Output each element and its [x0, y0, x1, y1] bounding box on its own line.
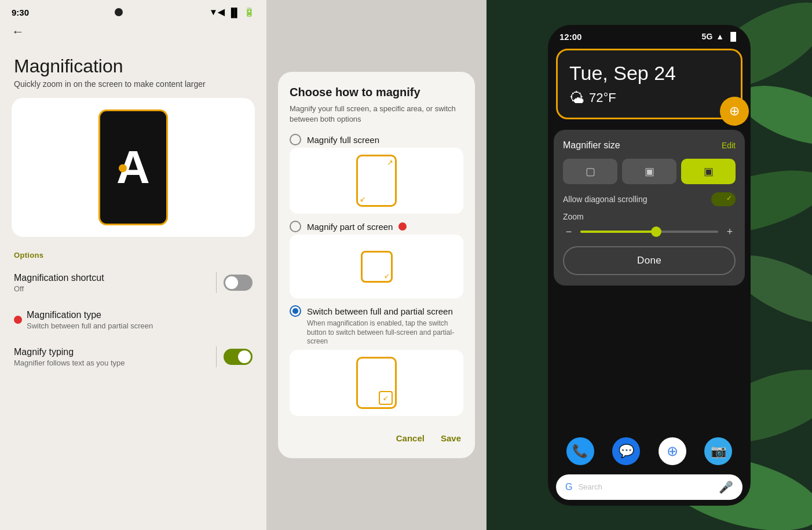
partial-box: ↙ [361, 251, 393, 283]
cancel-button[interactable]: Cancel [394, 430, 427, 447]
diagonal-scrolling-label: Allow diagonal scrolling [563, 195, 648, 204]
zoom-fill [580, 231, 656, 233]
settings-item-shortcut-subtitle: Off [14, 284, 209, 293]
phone-time: 12:00 [559, 32, 581, 42]
status-bar: 9:30 ▼◀ ▐▌ 🔋 [0, 0, 266, 20]
switch-phone: ↙ [356, 357, 397, 409]
expand-tl-icon: ↗ [387, 158, 393, 167]
phone-status-bar: 12:00 5G ▲ ▐▌ [548, 25, 751, 44]
phone-mini-full: ↗ ↙ [356, 155, 397, 207]
magnifier-fab[interactable]: ⊕ [720, 97, 749, 126]
option-card-switch: ↙ [290, 350, 463, 416]
done-button[interactable]: Done [563, 246, 736, 275]
size-btn-large[interactable]: ▣ [681, 159, 736, 184]
zoom-slider-row: − + [563, 226, 736, 238]
phone-panel-wrapper: 12:00 5G ▲ ▐▌ Tue, Sep 24 🌤 72°F ⊕ [487, 0, 812, 530]
phone-preview: A [98, 109, 168, 225]
option-partial-screen[interactable]: Magnify part of screen [290, 221, 463, 232]
zoom-thumb[interactable] [651, 226, 661, 237]
toggle-knob [225, 276, 238, 289]
magnifier-title: Magnifier size [563, 140, 620, 151]
app-chrome[interactable]: ⊕ [659, 437, 686, 465]
settings-item-type[interactable]: Magnification type Switch between full a… [0, 301, 266, 338]
dialog-card: Choose how to magnify Magnify your full … [278, 72, 475, 458]
radio-switch[interactable] [290, 305, 301, 317]
save-button[interactable]: Save [438, 430, 463, 447]
option-switch-subtext: When magnification is enabled, tap the s… [307, 319, 463, 346]
size-large-icon: ▣ [704, 165, 714, 178]
size-btn-medium[interactable]: ▣ [622, 159, 676, 184]
option-switch[interactable]: Switch between full and partial screen [290, 305, 463, 317]
google-logo: G [565, 482, 572, 492]
magnifier-header: Magnifier size Edit [563, 140, 736, 151]
phone-5g: 5G [702, 32, 713, 41]
camera-dot [115, 8, 123, 16]
dialog-description: Magnify your full screen, a specific are… [290, 104, 463, 125]
option-partial-screen-label: Magnify part of screen [307, 222, 393, 232]
option-switch-label: Switch between full and partial screen [307, 306, 453, 316]
divider2 [216, 346, 217, 367]
size-medium-icon: ▣ [645, 165, 654, 178]
mic-icon[interactable]: 🎤 [719, 480, 733, 494]
wifi-icon: ▼◀ [209, 7, 225, 17]
settings-item-type-title: Magnification type [27, 310, 253, 320]
settings-item-type-text: Magnification type Switch between full a… [27, 310, 253, 330]
app-camera[interactable]: 📷 [704, 437, 732, 465]
red-dot-partial [398, 222, 407, 231]
size-small-icon: ▢ [586, 165, 595, 178]
radio-full-screen[interactable] [290, 134, 301, 145]
check-icon: ✓ [726, 194, 732, 202]
zoom-label: Zoom [563, 212, 736, 221]
settings-item-shortcut[interactable]: Magnification shortcut Off [0, 264, 266, 301]
search-placeholder: Search [578, 483, 602, 491]
settings-item-shortcut-title: Magnification shortcut [14, 273, 209, 283]
page-title: Magnification [0, 44, 266, 79]
temperature: 72°F [589, 90, 616, 105]
settings-item-typing[interactable]: Magnify typing Magnifier follows text as… [0, 338, 266, 375]
phone-battery-icon: ▐▌ [727, 32, 739, 41]
option-card-full: ↗ ↙ [290, 148, 463, 214]
back-button[interactable]: ← [0, 20, 266, 44]
clock-date: Tue, Sep 24 [569, 62, 729, 85]
magnifier-fab-icon: ⊕ [729, 104, 740, 119]
weather-icon: 🌤 [569, 89, 584, 107]
app-phone[interactable]: 📞 [566, 437, 594, 465]
app-messages[interactable]: 💬 [612, 437, 640, 465]
home-row: 📞 💬 ⊕ 📷 [548, 432, 751, 471]
switch-mini-box: ↙ [379, 391, 393, 405]
red-dot-type [14, 316, 22, 324]
expand-br-icon: ↙ [360, 195, 366, 203]
option-card-partial: ↙ [290, 235, 463, 298]
preview-card: A [12, 98, 255, 237]
diagonal-scrolling-toggle[interactable]: ✓ [711, 192, 736, 206]
phone-wifi-icon: ▲ [716, 32, 724, 41]
shortcut-toggle[interactable] [224, 275, 253, 291]
phone-status-right: 5G ▲ ▐▌ [702, 32, 739, 41]
settings-item-shortcut-text: Magnification shortcut Off [14, 273, 209, 293]
zoom-track[interactable] [580, 231, 718, 233]
page-subtitle: Quickly zoom in on the screen to make co… [0, 79, 266, 98]
partial-expand-icon: ↙ [384, 272, 390, 280]
magnifier-edit[interactable]: Edit [722, 141, 736, 150]
size-btn-small[interactable]: ▢ [563, 159, 617, 184]
magnifier-panel: Magnifier size Edit ▢ ▣ ▣ Allow diagonal [554, 130, 745, 286]
status-time: 9:30 [12, 8, 29, 17]
google-search-bar[interactable]: G Search 🎤 [556, 474, 742, 500]
radio-partial-screen[interactable] [290, 221, 301, 232]
zoom-minus[interactable]: − [563, 226, 575, 238]
dialog-actions: Cancel Save [290, 430, 463, 447]
divider [216, 272, 217, 293]
diagonal-scrolling-row: Allow diagonal scrolling ✓ [563, 192, 736, 206]
option-full-screen[interactable]: Magnify full screen [290, 134, 463, 145]
zoom-row: Zoom − + [563, 212, 736, 238]
dialog-panel-wrapper: Choose how to magnify Magnify your full … [266, 0, 487, 530]
signal-icon: ▐▌ [228, 8, 240, 17]
clock-weather: 🌤 72°F [569, 89, 729, 107]
zoom-plus[interactable]: + [724, 226, 736, 238]
status-icons: ▼◀ ▐▌ 🔋 [209, 7, 255, 17]
typing-toggle[interactable] [224, 349, 253, 365]
phone-content: 12:00 5G ▲ ▐▌ Tue, Sep 24 🌤 72°F ⊕ [548, 25, 751, 506]
options-label: Options [0, 248, 266, 264]
preview-dot [119, 164, 127, 172]
clock-card: Tue, Sep 24 🌤 72°F ⊕ [556, 49, 742, 119]
